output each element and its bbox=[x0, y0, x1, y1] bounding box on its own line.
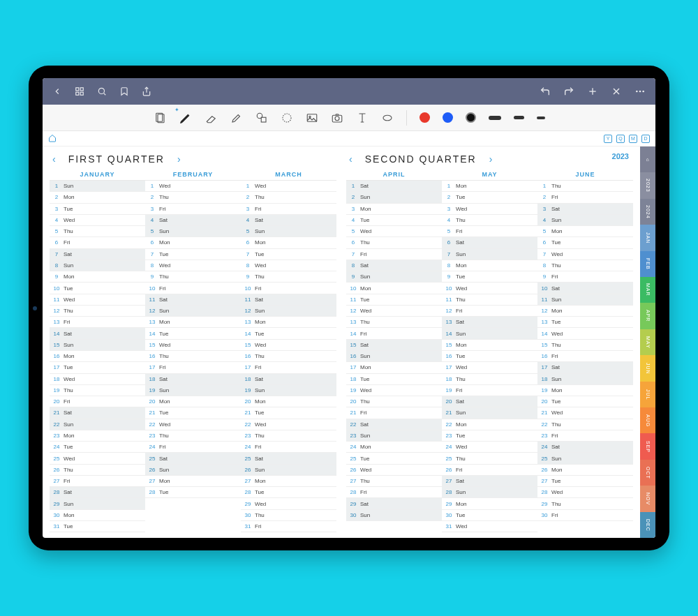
day-cell[interactable]: 20Sat bbox=[442, 396, 537, 407]
day-cell[interactable]: 28Tue bbox=[241, 487, 336, 498]
day-cell[interactable]: 24Sat bbox=[537, 442, 633, 453]
stroke-small[interactable] bbox=[537, 117, 545, 119]
day-cell[interactable]: 12Sun bbox=[145, 306, 241, 317]
day-cell[interactable]: 9Fri bbox=[537, 271, 633, 283]
sidetab-jul[interactable]: JUL bbox=[640, 382, 655, 407]
day-cell[interactable]: 26Fri bbox=[442, 465, 537, 476]
day-cell[interactable]: 6Fri bbox=[50, 237, 145, 248]
sidetab-mar[interactable]: MAR bbox=[640, 277, 655, 303]
day-cell[interactable]: 18Sat bbox=[145, 374, 241, 385]
day-cell[interactable]: 27Mon bbox=[241, 476, 336, 487]
day-cell[interactable]: 5Wed bbox=[346, 226, 442, 237]
day-cell[interactable]: 27Tue bbox=[537, 476, 633, 487]
day-cell[interactable]: 19Wed bbox=[346, 385, 442, 396]
day-cell[interactable]: 2Thu bbox=[145, 192, 241, 203]
day-cell[interactable]: 10Fri bbox=[145, 283, 241, 294]
day-cell[interactable]: 11Thu bbox=[442, 294, 537, 306]
day-cell[interactable]: 10Fri bbox=[241, 283, 336, 294]
day-cell[interactable]: 14Sat bbox=[50, 328, 145, 339]
sidetab-2024[interactable]: 2024 bbox=[640, 199, 655, 225]
day-cell[interactable]: 3Mon bbox=[346, 204, 442, 215]
day-cell[interactable]: 16Mon bbox=[50, 351, 145, 362]
sidetab-sep[interactable]: SEP bbox=[640, 433, 655, 459]
day-cell[interactable]: 16Thu bbox=[241, 351, 336, 362]
day-cell[interactable]: 7Wed bbox=[537, 249, 633, 260]
day-cell[interactable]: 2Mon bbox=[50, 192, 145, 203]
day-cell[interactable]: 14Tue bbox=[241, 328, 336, 339]
more-icon[interactable] bbox=[634, 86, 646, 97]
day-cell[interactable]: 9Tue bbox=[442, 271, 537, 283]
color-black[interactable] bbox=[466, 112, 476, 123]
image-tool[interactable] bbox=[306, 112, 318, 124]
tape-tool[interactable] bbox=[381, 112, 394, 124]
day-cell[interactable]: 21Tue bbox=[241, 407, 336, 419]
day-cell[interactable]: 12Wed bbox=[346, 306, 442, 317]
day-cell[interactable]: 20Thu bbox=[346, 396, 442, 407]
day-cell[interactable]: 19Sun bbox=[145, 385, 241, 396]
day-cell[interactable]: 30Mon bbox=[50, 510, 145, 521]
day-cell[interactable]: 16Tue bbox=[442, 351, 537, 362]
day-cell[interactable]: 5Thu bbox=[50, 226, 145, 237]
day-cell[interactable]: 26Wed bbox=[346, 465, 442, 476]
day-cell[interactable]: 14Sun bbox=[442, 328, 537, 339]
camera-tool[interactable] bbox=[331, 112, 343, 124]
day-cell[interactable]: 10Mon bbox=[346, 283, 442, 294]
month-label[interactable]: MAY bbox=[442, 169, 537, 180]
day-cell[interactable]: 7Tue bbox=[241, 249, 336, 260]
day-cell[interactable]: 18Sat bbox=[241, 374, 336, 385]
text-tool[interactable] bbox=[356, 112, 369, 124]
day-cell[interactable]: 5Fri bbox=[442, 226, 537, 237]
day-cell[interactable]: 2Sun bbox=[346, 192, 442, 203]
day-cell[interactable]: 29Thu bbox=[537, 498, 633, 509]
day-cell[interactable]: 23Fri bbox=[537, 430, 633, 442]
view-badge-q[interactable]: Q bbox=[616, 135, 625, 143]
day-cell[interactable]: 19Mon bbox=[537, 385, 633, 396]
day-cell[interactable]: 28Tue bbox=[145, 487, 241, 498]
day-cell[interactable]: 26Sun bbox=[145, 465, 241, 476]
prev-quarter-icon[interactable]: ‹ bbox=[346, 153, 355, 165]
sidetab-2023[interactable]: 2023 bbox=[640, 172, 655, 198]
day-cell[interactable]: 6Mon bbox=[145, 237, 241, 248]
day-cell[interactable]: 13Mon bbox=[241, 317, 336, 328]
day-cell[interactable]: 25Sat bbox=[145, 453, 241, 464]
day-cell[interactable]: 24Fri bbox=[241, 442, 336, 453]
day-cell[interactable]: 6Thu bbox=[346, 237, 442, 248]
day-cell[interactable]: 11Wed bbox=[50, 294, 145, 306]
day-cell[interactable]: 5Sun bbox=[145, 226, 241, 237]
day-cell[interactable]: 16Thu bbox=[145, 351, 241, 362]
day-cell[interactable]: 17Fri bbox=[145, 362, 241, 373]
sidetab-nov[interactable]: NOV bbox=[640, 486, 655, 511]
day-cell[interactable]: 20Fri bbox=[50, 396, 145, 407]
day-cell[interactable]: 31Fri bbox=[241, 521, 336, 532]
view-badge-m[interactable]: M bbox=[629, 135, 637, 143]
day-cell[interactable]: 29Sun bbox=[50, 498, 145, 509]
day-cell[interactable]: 3Fri bbox=[145, 204, 241, 215]
day-cell[interactable]: 4Wed bbox=[50, 215, 145, 226]
day-cell[interactable]: 8Thu bbox=[537, 260, 633, 271]
sidetab-feb[interactable]: FEB bbox=[640, 251, 655, 277]
day-cell[interactable]: 22Thu bbox=[537, 419, 633, 430]
day-cell[interactable]: 16Fri bbox=[537, 351, 633, 362]
day-cell[interactable]: 26Thu bbox=[50, 465, 145, 476]
day-cell[interactable]: 21Sun bbox=[442, 407, 537, 419]
day-cell[interactable]: 27Fri bbox=[50, 476, 145, 487]
day-cell[interactable]: 3Wed bbox=[442, 204, 537, 215]
close-icon[interactable] bbox=[611, 86, 622, 97]
day-cell[interactable]: 23Tue bbox=[442, 430, 537, 442]
day-cell[interactable]: 27Sat bbox=[442, 476, 537, 487]
day-cell[interactable]: 11Sun bbox=[537, 294, 633, 306]
day-cell[interactable]: 25Thu bbox=[442, 453, 537, 464]
day-cell[interactable]: 19Thu bbox=[50, 385, 145, 396]
day-cell[interactable]: 20Mon bbox=[145, 396, 241, 407]
day-cell[interactable]: 19Fri bbox=[442, 385, 537, 396]
month-label[interactable]: JUNE bbox=[537, 169, 633, 180]
day-cell[interactable]: 17Tue bbox=[50, 362, 145, 373]
redo-icon[interactable] bbox=[563, 86, 574, 97]
month-label[interactable]: MARCH bbox=[241, 169, 336, 180]
day-cell[interactable]: 24Tue bbox=[50, 442, 145, 453]
day-cell[interactable]: 23Sun bbox=[346, 430, 442, 442]
day-cell[interactable]: 15Wed bbox=[145, 340, 241, 351]
month-label[interactable]: JANUARY bbox=[50, 169, 145, 180]
lasso-tool[interactable] bbox=[281, 112, 293, 124]
day-cell[interactable]: 23Mon bbox=[50, 430, 145, 442]
